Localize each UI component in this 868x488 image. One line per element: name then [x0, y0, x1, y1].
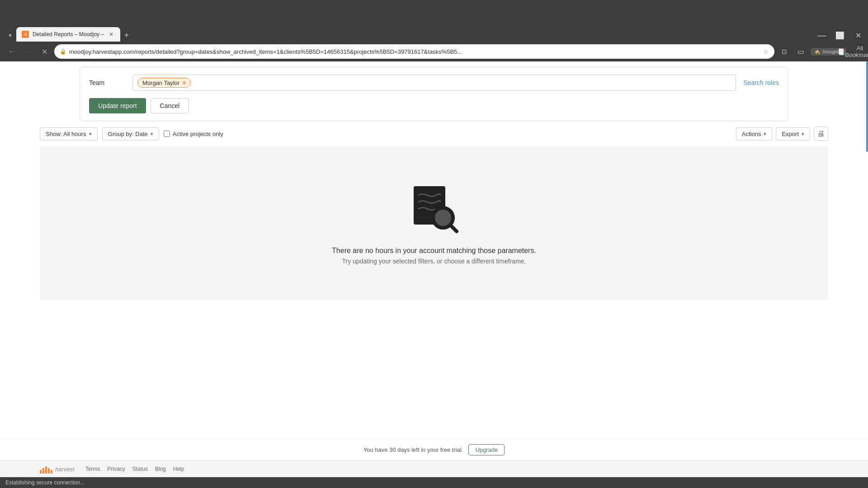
actions-dropdown[interactable]: Actions ▾	[736, 127, 773, 141]
terms-link[interactable]: Terms	[85, 466, 100, 472]
harvest-wordmark: harvest	[55, 466, 75, 473]
privacy-link[interactable]: Privacy	[107, 466, 125, 472]
trial-text: You have 30 days left in your free trial…	[363, 446, 463, 453]
sidebar-button[interactable]: ▭	[794, 45, 807, 58]
svg-point-2	[435, 210, 451, 226]
bookmarks-button[interactable]: 📑 All Bookmarks	[850, 45, 863, 58]
page-content: Team Morgan Taylor × Search roles Update…	[0, 61, 868, 300]
bar-2	[42, 468, 44, 474]
bar-3	[45, 466, 47, 474]
forward-button[interactable]: →	[22, 45, 34, 58]
active-projects-checkbox[interactable]	[164, 131, 170, 137]
reload-button[interactable]: ✕	[38, 45, 51, 58]
search-roles-link[interactable]: Search roles	[743, 79, 779, 86]
incognito-icon: 🕵	[814, 49, 821, 55]
star-icon[interactable]: ☆	[763, 48, 769, 55]
actions-chevron: ▾	[764, 131, 766, 137]
trial-banner: You have 30 days left in your free trial…	[0, 438, 868, 461]
update-report-button[interactable]: Update report	[89, 98, 146, 113]
report-filter-panel: Team Morgan Taylor × Search roles Update…	[80, 67, 788, 121]
tab-close-button[interactable]: ✕	[108, 31, 115, 38]
team-tag-name: Morgan Taylor	[142, 80, 179, 86]
print-icon: 🖨	[817, 130, 825, 138]
cast-icon[interactable]: ⊡	[778, 45, 791, 58]
svg-line-3	[451, 225, 457, 231]
harvest-logo-bars	[40, 465, 52, 474]
actions-label: Actions	[742, 131, 761, 137]
active-projects-label: Active projects only	[173, 131, 223, 137]
harvest-logo: harvest	[40, 465, 75, 474]
team-tag-remove[interactable]: ×	[182, 79, 186, 86]
group-by-chevron: ▾	[151, 131, 153, 137]
status-link[interactable]: Status	[132, 466, 148, 472]
toolbar-left: Show: All hours ▾ Group by: Date ▾ Activ…	[40, 127, 731, 141]
new-tab-button[interactable]: +	[120, 29, 133, 42]
show-hours-label: Show: All hours	[46, 131, 86, 137]
footer: harvest Terms Privacy Status Blog Help	[0, 460, 868, 477]
upgrade-button[interactable]: Upgrade	[468, 444, 505, 455]
close-button[interactable]: ✕	[852, 29, 864, 42]
address-bar-row: ← → ✕ 🔒 moodjoy.harvestapp.com/reports/d…	[0, 42, 868, 61]
minimize-button[interactable]: —	[816, 29, 828, 42]
address-bar[interactable]: 🔒 moodjoy.harvestapp.com/reports/detaile…	[54, 44, 774, 59]
active-projects-checkbox-label[interactable]: Active projects only	[164, 131, 223, 137]
active-tab[interactable]: M Detailed Reports – Moodjoy – ✕	[16, 27, 120, 42]
team-input-area[interactable]: Morgan Taylor ×	[132, 75, 736, 91]
tab-list-button[interactable]: ▾	[4, 29, 16, 42]
back-button[interactable]: ←	[5, 45, 18, 58]
group-by-label: Group by: Date	[108, 131, 148, 137]
status-bar: Establishing secure connection...	[0, 477, 868, 488]
group-by-dropdown[interactable]: Group by: Date ▾	[102, 127, 159, 141]
show-hours-dropdown[interactable]: Show: All hours ▾	[40, 127, 98, 141]
empty-state-area: There are no hours in your account match…	[40, 146, 828, 300]
export-label: Export	[782, 131, 799, 137]
scroll-indicator	[866, 61, 868, 152]
toolbar-row: Show: All hours ▾ Group by: Date ▾ Activ…	[0, 121, 868, 146]
export-dropdown[interactable]: Export ▾	[776, 127, 810, 141]
export-chevron: ▾	[802, 131, 804, 137]
tab-bar: ▾ M Detailed Reports – Moodjoy – ✕ + — ⬜…	[0, 25, 868, 42]
blog-link[interactable]: Blog	[155, 466, 166, 472]
action-buttons: Update report Cancel	[89, 98, 779, 113]
bar-5	[51, 470, 52, 474]
lock-icon: 🔒	[60, 48, 66, 55]
empty-state-title: There are no hours in your account match…	[332, 247, 536, 255]
team-row: Team Morgan Taylor × Search roles	[89, 75, 779, 91]
address-text: moodjoy.harvestapp.com/reports/detailed?…	[69, 48, 760, 55]
toolbar-right: Actions ▾ Export ▾ 🖨	[736, 127, 828, 141]
cancel-button[interactable]: Cancel	[151, 98, 189, 113]
tab-favicon: M	[22, 31, 29, 38]
browser-right-icons: ⊡ ▭ 🕵 Incognito 📑 All Bookmarks	[778, 45, 863, 58]
status-text: Establishing secure connection...	[5, 479, 85, 486]
footer-links: Terms Privacy Status Blog Help	[85, 466, 184, 472]
maximize-button[interactable]: ⬜	[834, 29, 846, 42]
bar-4	[48, 468, 50, 474]
tab-title: Detailed Reports – Moodjoy –	[33, 31, 104, 38]
empty-state-icon	[407, 182, 461, 236]
bar-1	[40, 470, 42, 474]
print-button[interactable]: 🖨	[814, 127, 828, 141]
help-link[interactable]: Help	[173, 466, 184, 472]
show-hours-chevron: ▾	[89, 131, 92, 137]
team-tag-chip: Morgan Taylor ×	[137, 78, 191, 88]
team-label: Team	[89, 79, 125, 86]
browser-chrome	[0, 0, 868, 25]
empty-state-subtitle: Try updating your selected filters, or c…	[342, 258, 526, 265]
